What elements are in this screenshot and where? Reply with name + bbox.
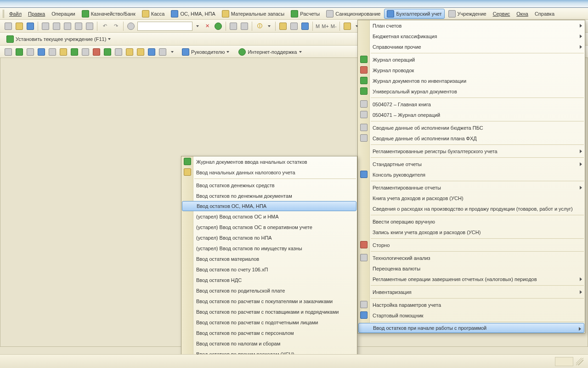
menu-item[interactable]: Справочники прочие	[358, 41, 585, 52]
save-button[interactable]	[26, 22, 35, 31]
help-button[interactable]: ⓘ	[255, 22, 264, 31]
report-btn-15[interactable]	[158, 47, 167, 57]
menu-accounting[interactable]: Бухгалтерский учет	[384, 9, 444, 19]
report-btn-13[interactable]	[136, 47, 145, 57]
clear-button[interactable]: ✕	[203, 22, 212, 31]
menu-item[interactable]: Инвентаризация	[358, 287, 585, 297]
menu-item[interactable]: (устарел) Ввод остатков ОС в оперативном…	[181, 222, 357, 232]
menu-item[interactable]: Журнал документов ввода начальных остатк…	[181, 156, 357, 167]
paste-button[interactable]	[63, 22, 72, 31]
menu-item[interactable]: Ввести операцию вручную	[358, 216, 585, 227]
menu-item[interactable]: План счетов	[358, 20, 585, 31]
report-btn-11[interactable]	[114, 47, 123, 57]
memory-m[interactable]: М	[316, 23, 320, 29]
help-dropdown[interactable]	[266, 22, 272, 31]
report-btn-6[interactable]	[59, 47, 68, 57]
memory-mplus[interactable]: М+	[322, 23, 329, 29]
menu-item[interactable]: 0504072 – Главная книга	[358, 99, 585, 109]
report-btn-12[interactable]	[125, 47, 134, 57]
menu-item[interactable]: Технологический анализ	[358, 253, 585, 263]
menu-item[interactable]: Регламентированные отчеты	[358, 182, 585, 193]
cut-button[interactable]	[41, 22, 50, 31]
menu-item[interactable]: Ввод остатков по расчетам с персоналом	[181, 328, 357, 338]
menu-item[interactable]: Ввод остатков по счету 106.хП	[181, 264, 357, 275]
find-button[interactable]	[126, 22, 136, 31]
menu-item[interactable]: Ввод остатков по родительской плате	[181, 285, 357, 296]
reports-dropdown[interactable]	[169, 47, 175, 57]
menu-item[interactable]: Журнал операций	[358, 54, 585, 65]
menu-operations[interactable]: Операции	[49, 10, 78, 18]
menu-item[interactable]: 0504071 – Журнал операций	[358, 109, 585, 120]
menu-item[interactable]: Стандартные отчеты	[358, 159, 585, 169]
menu-sanction[interactable]: Санкционирование	[323, 9, 383, 19]
menu-item[interactable]: Сводные данные об исполнении бюджета ПБС	[358, 122, 585, 133]
menu-item[interactable]: Ввод остатков по денежным документам	[181, 190, 357, 201]
calc-button[interactable]	[278, 22, 288, 31]
print-button[interactable]	[74, 22, 83, 31]
menu-item[interactable]: Ввод остатков НДС	[181, 275, 357, 285]
menu-item[interactable]: (устарел) Ввод остатков по имуществу каз…	[181, 243, 357, 253]
resize-grip[interactable]	[576, 358, 583, 365]
report-btn-10[interactable]	[103, 47, 112, 57]
menu-item[interactable]: Переоценка валюты	[358, 263, 585, 274]
menu-item[interactable]: Ввод остатков материалов	[181, 253, 357, 264]
report-btn-9[interactable]	[92, 47, 101, 57]
menu-cash[interactable]: Касса	[139, 9, 168, 19]
menu-item[interactable]: Сводные данные об исполнении плана ФХД	[358, 133, 585, 144]
settings-button[interactable]	[343, 22, 352, 31]
copy-button[interactable]	[52, 22, 61, 31]
menu-windows[interactable]: Окна	[514, 10, 531, 18]
new-button[interactable]	[4, 22, 13, 31]
menu-item[interactable]: Ввод остатков по расчетам с покупателями…	[181, 296, 357, 306]
report-btn-8[interactable]	[81, 47, 90, 57]
menu-item[interactable]: Настройка параметров учета	[358, 299, 585, 310]
undo-button[interactable]: ↶	[100, 22, 109, 31]
menu-item[interactable]: (устарел) Ввод остатков ОС и НМА	[181, 211, 357, 222]
menu-service[interactable]: Сервис	[490, 10, 513, 18]
menu-materials[interactable]: Материальные запасы	[219, 9, 288, 19]
redo-button[interactable]: ↷	[111, 22, 120, 31]
menu-edit[interactable]: Правка	[25, 10, 48, 18]
report-btn-1[interactable]	[4, 47, 13, 57]
menu-institution[interactable]: Учреждение	[446, 9, 489, 19]
open-button[interactable]	[15, 22, 24, 31]
menu-item[interactable]: Ввод начальных данных налогового учета	[181, 167, 357, 178]
user-button[interactable]	[300, 22, 310, 31]
print2-button[interactable]	[85, 22, 94, 31]
menu-help[interactable]: Справка	[532, 10, 557, 18]
menu-item[interactable]: Регламентные операции завершения отчетны…	[358, 274, 585, 284]
menu-item[interactable]: Ввод остатков ОС, НМА, НПА	[182, 201, 356, 211]
menu-item[interactable]: (устарел) Ввод остатков по НПА	[181, 232, 357, 243]
menu-item[interactable]: Ввод остатков по расчетам с поставщиками…	[181, 306, 357, 317]
search-dropdown[interactable]	[194, 22, 201, 31]
refresh-button[interactable]	[214, 22, 223, 31]
report-btn-14[interactable]	[147, 47, 156, 57]
menu-item[interactable]: Ввод остатков по расчетам с подотчетными…	[181, 317, 357, 328]
menu-item[interactable]: Книга учета доходов и расходов (УСН)	[358, 193, 585, 203]
memory-mminus[interactable]: М-	[331, 23, 337, 29]
leader-button[interactable]: Руководителю	[179, 47, 232, 57]
menu-calc[interactable]: Расчеты	[288, 9, 322, 19]
menu-item[interactable]: Ввод остатков по налогам и сборам	[181, 338, 357, 349]
report-btn-5[interactable]	[48, 47, 57, 57]
report-btn-7[interactable]	[70, 47, 79, 57]
menu-item[interactable]: Журнал проводок	[358, 65, 585, 75]
menu-item[interactable]: Сведения о расходах на производство и пр…	[358, 203, 585, 214]
menu-file[interactable]: Файл	[6, 10, 24, 18]
report-btn-2[interactable]	[15, 47, 24, 57]
set-institution-button[interactable]: Установить текущее учреждение (F11)	[4, 34, 113, 44]
menu-item[interactable]: Регламентированные регистры бухгалтерско…	[358, 146, 585, 156]
menu-treasury[interactable]: Казначейство/Банк	[79, 9, 138, 19]
menu-item[interactable]: Сторно	[358, 240, 585, 250]
report-btn-4[interactable]	[37, 47, 46, 57]
tool1-button[interactable]	[229, 22, 238, 31]
menu-item[interactable]: Стартовый помощник	[358, 310, 585, 321]
menu-item[interactable]: Бюджетная классификация	[358, 31, 585, 41]
menu-item[interactable]: Журнал документов по инвентаризации	[358, 75, 585, 86]
report-btn-3[interactable]	[26, 47, 35, 57]
menu-item[interactable]: Универсальный журнал документов	[358, 86, 585, 97]
search-input[interactable]	[137, 22, 192, 31]
menu-item[interactable]: Ввод остатков денежных средств	[181, 180, 357, 190]
menu-item[interactable]: Консоль руководителя	[358, 169, 585, 180]
menu-os[interactable]: ОС, НМА, НПА	[168, 9, 218, 19]
